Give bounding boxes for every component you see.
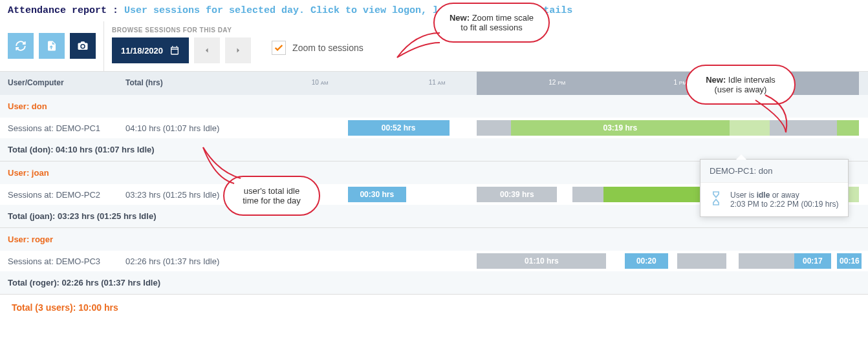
timeline-segment[interactable]: [837, 120, 858, 136]
timeline-segment[interactable]: 03:19 hrs: [511, 120, 730, 136]
grand-total: Total (3 users): 10:00 hrs: [0, 295, 868, 320]
timeline-segment[interactable]: 00:39 hrs: [477, 187, 557, 202]
callout-tail: [752, 94, 804, 139]
next-day-button[interactable]: [225, 37, 251, 63]
timeline-segment[interactable]: 00:16: [837, 253, 862, 269]
prev-day-button[interactable]: [194, 37, 220, 63]
tooltip-arrow: [736, 154, 746, 160]
session-total: 04:10 hrs (01:07 hrs Idle): [123, 123, 252, 133]
zoom-checkbox[interactable]: [272, 41, 286, 55]
check-icon: [274, 43, 284, 53]
timeline-segment[interactable]: 00:20: [625, 253, 668, 269]
chevron-right-icon: [234, 47, 242, 54]
timeline-segment[interactable]: 00:17: [794, 253, 831, 269]
timeline-segment[interactable]: [572, 187, 603, 202]
col-user-header: User/Computer: [0, 72, 123, 95]
hourglass-icon: [710, 191, 722, 209]
export-icon: [46, 40, 58, 52]
timeline-segment[interactable]: 01:10 hrs: [477, 253, 606, 269]
timeline-segment[interactable]: [477, 120, 510, 136]
callout-idle-time: user's total idle time for the day: [223, 176, 320, 216]
time-tick: 10 AM: [289, 72, 351, 86]
zoom-label: Zoom to sessions: [292, 43, 363, 53]
date-value: 11/18/2020: [121, 46, 163, 56]
timeline-segment[interactable]: 00:52 hrs: [348, 120, 450, 136]
session-total: 02:26 hrs (01:37 hrs Idle): [123, 256, 252, 266]
timeline-segment[interactable]: 00:30 hrs: [348, 187, 406, 202]
col-total-header: Total (hrs): [123, 72, 252, 95]
export-button[interactable]: [39, 33, 65, 59]
session-timeline: 01:10 hrs00:2000:1700:16: [252, 253, 868, 269]
callout-zoom: New: Zoom time scale to fit all sessions: [433, 3, 550, 43]
callout-tail: [202, 146, 247, 185]
user-subtotal: Total (roger): 02:26 hrs (01:37 hrs Idle…: [0, 271, 868, 295]
calendar-icon: [169, 45, 180, 56]
refresh-button[interactable]: [8, 33, 34, 59]
tooltip-line2: 2:03 PM to 2:22 PM (00:19 hrs): [730, 200, 838, 209]
time-tick: 11 AM: [406, 72, 468, 86]
header-label: Attendance report :: [8, 5, 118, 16]
tooltip-line1: User is idle or away: [730, 191, 838, 200]
time-tick: 12 PM: [526, 72, 588, 86]
callout-tail: [396, 26, 441, 59]
callout-new-label: New:: [450, 13, 470, 23]
session-at: Sessions at: DEMO-PC2: [0, 190, 123, 200]
callout-idle-intervals: New: Idle intervals (user is away): [686, 65, 796, 105]
camera-icon: [77, 40, 89, 52]
callout-idle-time-text: user's total idle time for the day: [243, 186, 301, 205]
session-row[interactable]: Sessions at: DEMO-PC104:10 hrs (01:07 hr…: [0, 118, 868, 138]
timeline-segment[interactable]: [739, 253, 794, 269]
date-section-label: BROWSE SESSIONS FOR THIS DAY: [112, 26, 251, 34]
screenshot-button[interactable]: [70, 33, 96, 59]
session-at: Sessions at: DEMO-PC3: [0, 256, 123, 266]
refresh-icon: [15, 40, 27, 52]
callout-zoom-text: Zoom time scale to fit all sessions: [461, 13, 534, 32]
callout-new-label: New:: [706, 75, 726, 85]
session-at: Sessions at: DEMO-PC1: [0, 123, 123, 133]
user-header: User: roger: [0, 228, 868, 251]
chevron-left-icon: [203, 47, 211, 54]
session-row[interactable]: Sessions at: DEMO-PC302:26 hrs (01:37 hr…: [0, 251, 868, 271]
tooltip-title: DEMO-PC1: don: [700, 160, 848, 183]
timeline-segment[interactable]: [677, 253, 726, 269]
session-tooltip: DEMO-PC1: don User is idle or away 2:03 …: [700, 159, 849, 217]
date-picker[interactable]: 11/18/2020: [112, 37, 189, 63]
